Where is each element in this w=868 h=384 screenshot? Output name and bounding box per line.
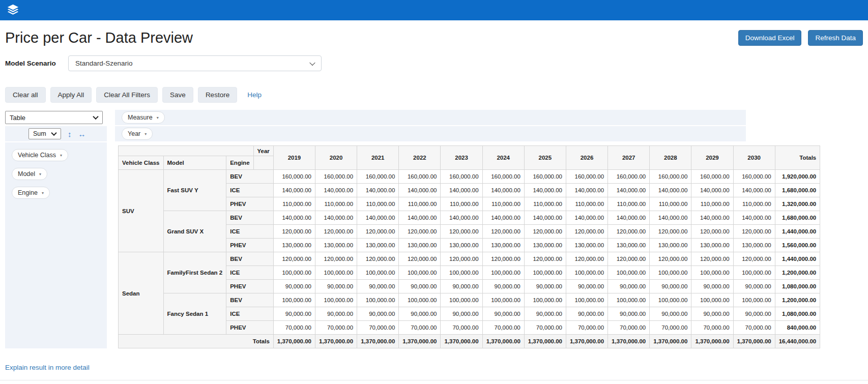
horizontal-resize-icon[interactable]: ↔ [78,130,86,138]
pivot-toolbar: Clear allApply AllClear All FiltersSaveR… [5,87,863,103]
view-type-select[interactable]: Table [5,111,103,124]
totals-column-header: Totals [775,146,820,170]
value-cell: 120,000.00 [399,225,441,239]
value-cell: 130,000.00 [482,239,524,252]
value-cell: 130,000.00 [273,239,315,252]
value-cell: 120,000.00 [315,252,357,266]
value-cell: 120,000.00 [524,225,566,239]
model-field-pill[interactable]: Model▾ [12,168,47,180]
year-column-header: 2021 [357,146,399,170]
apply-all-button[interactable]: Apply All [50,87,92,103]
value-cell: 140,000.00 [273,211,315,225]
save-button[interactable]: Save [162,87,193,103]
value-cell: 160,000.00 [524,170,566,184]
value-cell: 90,000.00 [524,307,566,321]
value-cell: 100,000.00 [733,293,775,307]
row-total-cell: 840,000.00 [775,321,820,335]
value-cell: 120,000.00 [566,225,607,239]
value-cell: 140,000.00 [441,211,482,225]
row-fields-panel: Vehicle Class▾Model▾Engine▾ [5,142,107,348]
chevron-down-icon: ▾ [60,153,62,158]
value-cell: 130,000.00 [691,239,733,252]
row-dimension-header: Vehicle Class [119,156,164,170]
engine-cell: ICE [226,225,274,239]
clear-all-button[interactable]: Clear all [5,87,46,103]
value-cell: 90,000.00 [315,307,357,321]
value-cell: 120,000.00 [273,252,315,266]
value-cell: 110,000.00 [399,197,441,211]
explain-result-link[interactable]: Explain result in more detail [5,364,90,371]
value-cell: 120,000.00 [441,252,482,266]
vertical-resize-icon[interactable]: ↕ [68,130,72,138]
column-fields-strip: Year ▾ [115,126,746,141]
value-cell: 90,000.00 [566,280,607,293]
value-cell: 100,000.00 [733,266,775,280]
value-cell: 140,000.00 [273,184,315,197]
year-column-header: 2030 [733,146,775,170]
row-total-cell: 1,320,000.00 [775,197,820,211]
year-field-pill[interactable]: Year ▾ [122,128,153,140]
totals-row-label: Totals [119,335,274,348]
value-cell: 160,000.00 [608,170,650,184]
value-cell: 100,000.00 [482,266,524,280]
measure-strip: Measure ▾ [115,110,746,125]
value-cell: 140,000.00 [733,211,775,225]
totals-value-cell: 1,370,000.00 [273,335,315,348]
download-excel-button[interactable]: Download Excel [738,30,802,46]
engine-cell: BEV [226,211,274,225]
row-dimension-header: Model [163,156,226,170]
vehicle-class-cell: Sedan [119,252,164,335]
value-cell: 140,000.00 [315,184,357,197]
measure-field-pill[interactable]: Measure ▾ [122,111,165,124]
grand-total-cell: 16,440,000.00 [775,335,820,348]
row-total-cell: 1,080,000.00 [775,307,820,321]
value-cell: 70,000.00 [650,321,691,335]
page-title: Price per Car - Data Preview [5,29,193,46]
value-cell: 130,000.00 [524,239,566,252]
spacer-cell [253,156,273,170]
help-link[interactable]: Help [247,91,262,99]
year-column-header: 2027 [608,146,650,170]
value-cell: 70,000.00 [691,321,733,335]
model-scenario-select[interactable]: Standard-Szenario [68,55,322,71]
row-total-cell: 1,680,000.00 [775,211,820,225]
value-cell: 100,000.00 [315,266,357,280]
engine-cell: ICE [226,266,274,280]
value-cell: 90,000.00 [357,307,399,321]
value-cell: 100,000.00 [357,266,399,280]
value-cell: 120,000.00 [399,252,441,266]
chevron-down-icon: ▾ [39,172,41,176]
restore-button[interactable]: Restore [198,87,237,103]
value-cell: 110,000.00 [524,197,566,211]
engine-field-pill[interactable]: Engine▾ [12,187,50,199]
value-cell: 140,000.00 [691,211,733,225]
row-total-cell: 1,920,000.00 [775,170,820,184]
row-total-cell: 1,440,000.00 [775,252,820,266]
layers-icon[interactable] [6,4,20,17]
value-cell: 90,000.00 [650,280,691,293]
clear-all-filters-button[interactable]: Clear All Filters [96,87,158,103]
bottom-divider [0,380,868,380]
value-cell: 130,000.00 [357,239,399,252]
value-cell: 100,000.00 [441,293,482,307]
refresh-data-button[interactable]: Refresh Data [808,30,863,46]
totals-value-cell: 1,370,000.00 [441,335,482,348]
vehicle-class-field-pill[interactable]: Vehicle Class▾ [12,149,68,161]
engine-cell: PHEV [226,197,274,211]
value-cell: 110,000.00 [482,197,524,211]
value-cell: 140,000.00 [566,211,607,225]
value-cell: 140,000.00 [482,184,524,197]
value-cell: 90,000.00 [733,280,775,293]
value-cell: 100,000.00 [482,293,524,307]
value-cell: 130,000.00 [315,239,357,252]
value-cell: 160,000.00 [691,170,733,184]
model-cell: Fancy Sedan 1 [163,293,226,335]
aggregation-select[interactable]: Sum [28,128,61,139]
value-cell: 120,000.00 [650,252,691,266]
value-cell: 90,000.00 [441,280,482,293]
value-cell: 90,000.00 [524,280,566,293]
value-cell: 90,000.00 [608,307,650,321]
page-header: Price per Car - Data Preview Download Ex… [5,29,863,46]
row-total-cell: 1,440,000.00 [775,225,820,239]
value-cell: 90,000.00 [399,280,441,293]
